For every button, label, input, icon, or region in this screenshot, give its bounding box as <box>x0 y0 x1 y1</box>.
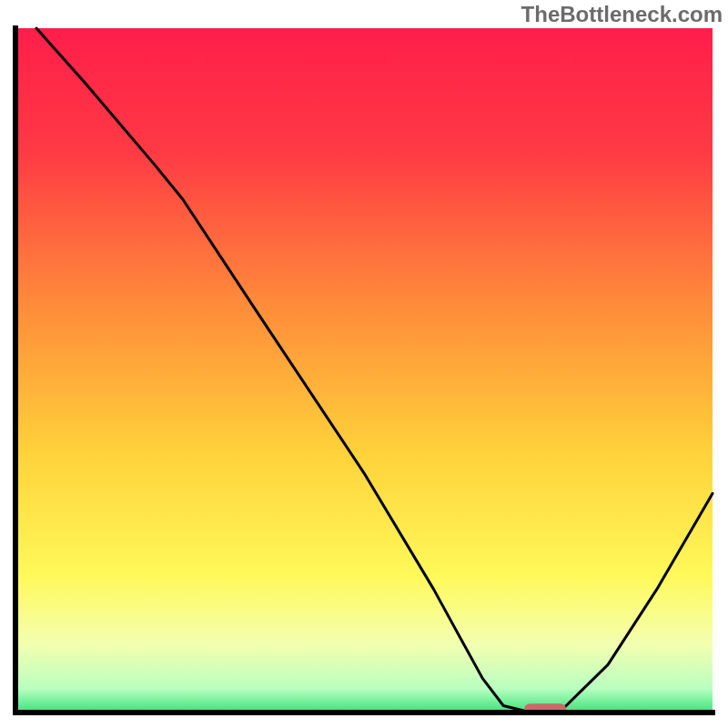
heat-gradient-bg <box>15 28 713 713</box>
bottleneck-chart <box>13 25 715 715</box>
watermark-text: TheBottleneck.com <box>521 2 723 27</box>
plot-area <box>13 25 715 715</box>
chart-frame: TheBottleneck.com <box>0 0 728 728</box>
